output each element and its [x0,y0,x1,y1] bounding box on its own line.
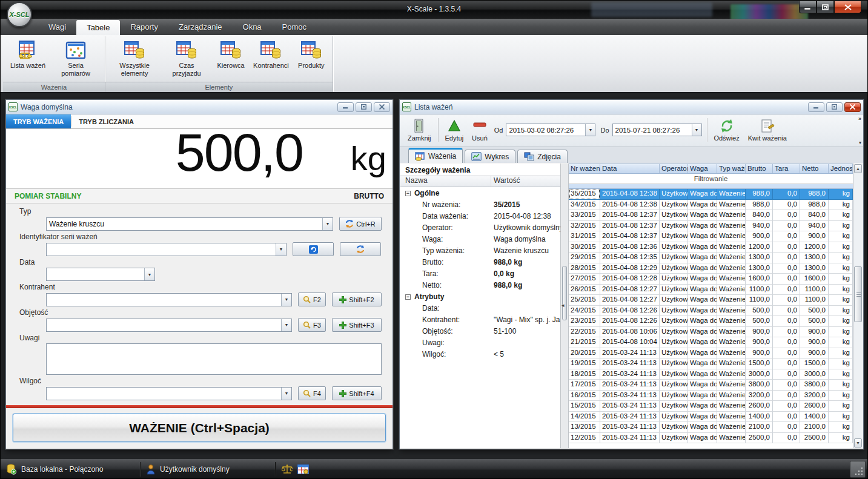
zamknij-button[interactable]: Zamknij [403,119,436,142]
table-row[interactable]: 26/20152015-04-08 12:27Użytkownik domyśl… [569,285,853,296]
table-row[interactable]: 18/20152015-03-24 11:13Użytkownik domyśl… [569,369,853,380]
menu-item-raporty[interactable]: Raporty [120,19,168,35]
chevron-down-icon[interactable]: ▼ [585,124,595,136]
ctrl-r-refresh-button[interactable]: Ctrl+R [339,217,382,231]
date-to-picker[interactable]: 2015-07-21 08:27:26 ▼ [612,124,702,136]
grid-filter-row[interactable]: Filtrowanie [569,174,853,184]
toolbar-overflow-arrow[interactable]: ▾ [859,140,861,145]
scrollbar-thumb[interactable] [854,266,862,322]
tree-row-data-ważenia-[interactable]: Data ważenia:2015-04-08 12:38 [400,210,560,222]
table-row[interactable]: 32/20152015-04-08 12:37Użytkownik domyśl… [569,221,853,232]
tree-group-ogólne[interactable]: −Ogólne [400,187,560,199]
menu-item-pomoc[interactable]: Pomoc [272,19,317,35]
menu-item-okna[interactable]: Okna [233,19,272,35]
splitter-collapse-arrow[interactable]: ◂ [562,302,565,308]
scale-close-button[interactable] [374,102,390,112]
table-row[interactable]: 28/20152015-04-08 12:29Użytkownik domyśl… [569,263,853,274]
menu-item-zarządzanie[interactable]: Zarządzanie [168,19,233,35]
uwagi-textarea[interactable] [46,343,382,375]
seria-reload-button[interactable] [293,242,334,256]
grid-column-header-operator[interactable]: Operator [660,164,688,173]
collapse-icon[interactable]: − [405,294,411,300]
tree-row-typ-ważenia-[interactable]: Typ ważenia:Ważenie kruszcu [400,245,560,256]
grid-column-header-netto[interactable]: Netto [800,164,829,173]
table-status-icon[interactable] [297,464,309,474]
chevron-down-icon[interactable]: ▼ [281,388,291,400]
list-close-button[interactable] [844,102,861,112]
typ-combobox[interactable]: Ważenie kruszcu ▼ [46,217,333,231]
ribbon-button-lista-ważeń[interactable]: Lista ważeń [7,38,49,71]
collapse-icon[interactable]: − [405,191,411,196]
table-row[interactable]: 33/20152015-04-08 12:37Użytkownik domyśl… [569,210,853,221]
minimize-button[interactable] [799,1,817,13]
tree-row-nr-ważenia-[interactable]: Nr ważenia:35/2015 [400,199,560,210]
grid-vertical-scrollbar[interactable]: ▲ ▼ [853,164,863,448]
table-row[interactable]: 23/20152015-04-08 12:26Użytkownik domyśl… [569,316,853,327]
ribbon-button-wszystkie-elementy[interactable]: Wszystkie elementy [109,38,160,79]
ribbon-button-kontrahenci[interactable]: Kontrahenci [250,38,293,71]
scale-window-titlebar[interactable]: XSCL Waga domyślna [6,100,393,114]
odswiez-button[interactable]: Odśwież [710,119,744,142]
resize-grip[interactable] [850,461,866,478]
table-row[interactable]: 34/20152015-04-08 12:38Użytkownik domyśl… [569,200,853,211]
table-row[interactable]: 14/20152015-03-24 11:13Użytkownik domyśl… [569,412,853,423]
tab-tryb-wazenia[interactable]: TRYB WAŻENIA [6,114,71,128]
kontrahent-combobox[interactable]: ▼ [46,293,292,306]
ribbon-button-kierowca[interactable]: Kierowca [213,38,248,71]
chevron-down-icon[interactable]: ▼ [322,218,333,230]
list-tab-wykres[interactable]: Wykres [465,150,515,163]
chevron-down-icon[interactable]: ▼ [281,319,291,331]
table-row[interactable]: 22/20152015-04-08 10:06Użytkownik domyśl… [569,327,853,338]
seria-refresh-button[interactable] [340,242,381,256]
details-scrollbar[interactable]: ◂ [561,164,569,448]
objetosc-add-button[interactable]: Shift+F3 [332,318,382,332]
chevron-down-icon[interactable]: ▼ [144,268,154,280]
details-col-nazwa[interactable]: Nazwa [400,176,491,187]
objetosc-combobox[interactable]: ▼ [46,319,292,332]
grid-column-header-brutto[interactable]: Brutto [746,164,773,173]
grid-column-header-waga[interactable]: Waga [688,164,717,173]
objetosc-search-button[interactable]: F3 [298,318,326,332]
table-row[interactable]: 30/20152015-04-08 12:36Użytkownik domyśl… [569,242,853,253]
grid-column-header-jednostka[interactable]: Jednostka [829,164,853,173]
tree-row-tara-[interactable]: Tara:0,0 kg [400,268,560,279]
table-row[interactable]: 25/20152015-04-08 12:27Użytkownik domyśl… [569,295,853,306]
table-row[interactable]: 21/20152015-04-08 10:04Użytkownik domyśl… [569,337,853,348]
tab-tryb-zliczania[interactable]: TRYB ZLICZANIA [71,114,141,128]
scale-balance-icon[interactable] [282,464,293,475]
tree-group-atrybuty[interactable]: −Atrybuty [400,291,560,302]
table-row[interactable]: 29/20152015-04-08 12:35Użytkownik domyśl… [569,253,853,263]
scale-restore-button[interactable] [356,102,372,112]
scroll-up-button[interactable]: ▲ [854,164,862,173]
kwit-wazenia-button[interactable]: Kwit ważenia [744,119,791,142]
tree-row-waga-[interactable]: Waga:Waga domyślna [400,233,560,245]
ribbon-button-produkty[interactable]: Produkty [294,38,329,71]
list-restore-button[interactable] [826,102,843,112]
weigh-button[interactable]: WAŻENIE (Ctrl+Spacja) [13,414,386,442]
wilgoc-add-button[interactable]: Shift+F4 [332,386,382,400]
seria-combobox[interactable]: ▼ [46,243,287,256]
grid-column-header-typ-ważenia[interactable]: Typ ważenia [717,164,746,173]
date-from-picker[interactable]: 2015-03-02 08:27:26 ▼ [506,124,595,136]
table-row[interactable]: 19/20152015-03-24 11:13Użytkownik domyśl… [569,358,853,369]
tree-row-brutto-[interactable]: Brutto:988,0 kg [400,256,560,268]
grid-column-header-tara[interactable]: Tara [773,164,800,173]
scale-minimize-button[interactable] [337,102,354,112]
usun-button[interactable]: Usuń [468,119,492,142]
list-minimize-button[interactable] [808,102,824,112]
kontrahent-search-button[interactable]: F2 [298,292,326,306]
data-combobox[interactable]: ▼ [46,268,155,281]
toolbar-overflow-chevron[interactable]: » [858,116,861,122]
app-logo[interactable]: X-SCL [7,2,32,27]
list-tab-ważenia[interactable]: Ważenia [408,148,463,163]
list-window-titlebar[interactable]: XSCL Lista ważeń [400,100,863,114]
table-row[interactable]: 13/20152015-03-24 11:13Użytkownik domyśl… [569,422,853,433]
grid-column-header-data[interactable]: Data [600,164,660,173]
maximize-button[interactable] [817,1,834,13]
tree-row-wilgoć-[interactable]: Wilgoć:< 5 [400,348,560,360]
tree-row-operator-[interactable]: Operator:Użytkownik domyślny [400,222,560,233]
chevron-down-icon[interactable]: ▼ [692,124,701,136]
table-row[interactable]: 16/20152015-03-24 11:13Użytkownik domyśl… [569,391,853,401]
list-tab-zdjęcia[interactable]: Zdjęcia [517,150,568,163]
edytuj-button[interactable]: Edytuj [441,119,468,142]
